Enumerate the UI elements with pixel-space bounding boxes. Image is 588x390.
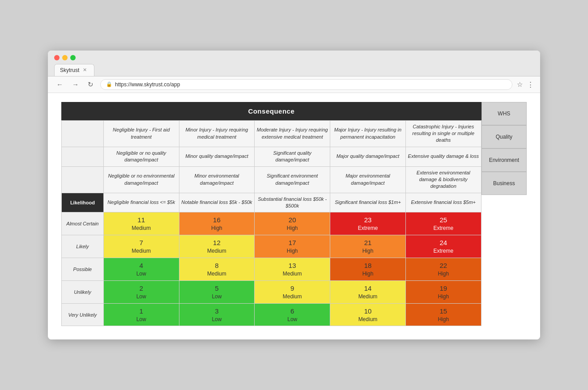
desc-row-quality: Negligible or no quality damage/impactMi… bbox=[62, 147, 481, 166]
back-button[interactable]: ← bbox=[54, 80, 65, 89]
side-tab-environment[interactable]: Environment bbox=[481, 148, 527, 172]
risk-cell-1-2: 17High bbox=[255, 235, 330, 258]
desc-cell-whs-1: Minor Injury - Injury requiring medical … bbox=[179, 120, 255, 147]
risk-cell-2-3: 18High bbox=[330, 258, 406, 281]
desc-cell-quality-3: Major quality damage/impact bbox=[330, 147, 406, 166]
risk-matrix-wrapper: Consequence Negligible Injury - First ai… bbox=[61, 102, 527, 326]
lock-icon: 🔒 bbox=[106, 81, 112, 87]
risk-table-area: Consequence Negligible Injury - First ai… bbox=[61, 102, 481, 326]
close-button[interactable] bbox=[54, 55, 60, 60]
desc-cell-quality-2: Significant quality damage/impact bbox=[255, 147, 330, 166]
desc-cell-whs-0: Negligible Injury - First aid treatment bbox=[103, 120, 179, 147]
desc-cell-business-2: Substantial financial loss $50k - $500k bbox=[255, 193, 330, 212]
minimize-button[interactable] bbox=[62, 55, 68, 60]
desc-cell-business-3: Significant financial loss $1m+ bbox=[330, 193, 406, 212]
side-tabs: WHSQualityEnvironmentBusiness bbox=[481, 102, 527, 326]
data-row-0: Almost Certain11Medium16High20High23Extr… bbox=[62, 212, 481, 235]
tab-title: Skytrust bbox=[60, 67, 79, 73]
desc-cell-environment-1: Minor environmental damage/impact bbox=[179, 166, 255, 193]
side-tab-business[interactable]: Business bbox=[481, 172, 527, 195]
desc-cell-business-0: Negligible financial loss <= $5k bbox=[103, 193, 179, 212]
desc-row-whs: Negligible Injury - First aid treatmentM… bbox=[62, 120, 481, 147]
browser-titlebar: Skytrust ✕ bbox=[48, 51, 540, 76]
risk-cell-0-0: 11Medium bbox=[103, 212, 179, 235]
risk-cell-0-2: 20High bbox=[255, 212, 330, 235]
browser-window: Skytrust ✕ ← → ↻ 🔒 https://www.skytrust.… bbox=[48, 51, 540, 340]
toolbar-icons: ☆ ⋮ bbox=[517, 81, 534, 89]
risk-cell-2-1: 8Medium bbox=[179, 258, 255, 281]
data-row-4: Very Unlikely1Low3Low6Low10Medium15High bbox=[62, 303, 481, 326]
desc-cell-whs-2: Moderate Injury - Injury requiring exten… bbox=[255, 120, 330, 147]
maximize-button[interactable] bbox=[70, 55, 76, 60]
risk-cell-2-2: 13Medium bbox=[255, 258, 330, 281]
bookmark-icon[interactable]: ☆ bbox=[517, 81, 523, 89]
likelihood-label-4: Very Unlikely bbox=[62, 303, 104, 326]
desc-cell-business-4: Extensive financial loss $5m+ bbox=[405, 193, 481, 212]
desc-cell-whs-4: Catastrophic Injury - Injuries resulting… bbox=[405, 120, 481, 147]
side-tab-whs[interactable]: WHS bbox=[481, 102, 527, 125]
likelihood-label-2: Possible bbox=[62, 258, 104, 281]
desc-cell-environment-3: Major environmental damage/impact bbox=[330, 166, 406, 193]
risk-cell-3-2: 9Medium bbox=[255, 280, 330, 303]
risk-cell-3-1: 5Low bbox=[179, 280, 255, 303]
menu-icon[interactable]: ⋮ bbox=[527, 81, 534, 89]
risk-cell-3-4: 19High bbox=[405, 280, 481, 303]
side-tab-quality[interactable]: Quality bbox=[481, 125, 527, 148]
window-controls bbox=[54, 55, 534, 60]
risk-cell-2-0: 4Low bbox=[103, 258, 179, 281]
tab-row: Skytrust ✕ bbox=[54, 64, 534, 76]
url-text: https://www.skytrust.co/app bbox=[115, 81, 180, 88]
tab-close-icon[interactable]: ✕ bbox=[83, 67, 87, 73]
risk-cell-4-3: 10Medium bbox=[330, 303, 406, 326]
risk-cell-1-1: 12Medium bbox=[179, 235, 255, 258]
forward-button[interactable]: → bbox=[70, 80, 81, 89]
risk-cell-4-2: 6Low bbox=[255, 303, 330, 326]
risk-cell-2-4: 22High bbox=[405, 258, 481, 281]
page-content: Consequence Negligible Injury - First ai… bbox=[48, 93, 540, 340]
data-row-1: Likely7Medium12Medium17High21High24Extre… bbox=[62, 235, 481, 258]
risk-cell-3-3: 14Medium bbox=[330, 280, 406, 303]
risk-cell-4-4: 15High bbox=[405, 303, 481, 326]
likelihood-label-3: Unlikely bbox=[62, 280, 104, 303]
browser-tab[interactable]: Skytrust ✕ bbox=[54, 64, 94, 76]
reload-button[interactable]: ↻ bbox=[85, 80, 96, 89]
desc-cell-quality-4: Extensive quality damage & loss bbox=[405, 147, 481, 166]
data-row-3: Unlikely2Low5Low9Medium14Medium19High bbox=[62, 280, 481, 303]
desc-cell-environment-0: Negligible or no environmental damage/im… bbox=[103, 166, 179, 193]
risk-cell-4-0: 1Low bbox=[103, 303, 179, 326]
risk-cell-1-4: 24Extreme bbox=[405, 235, 481, 258]
risk-cell-0-4: 25Extreme bbox=[405, 212, 481, 235]
likelihood-label-0: Almost Certain bbox=[62, 212, 104, 235]
desc-cell-quality-1: Minor quality damage/impact bbox=[179, 147, 255, 166]
desc-row-environment: Negligible or no environmental damage/im… bbox=[62, 166, 481, 193]
likelihood-label-1: Likely bbox=[62, 235, 104, 258]
risk-cell-0-3: 23Extreme bbox=[330, 212, 406, 235]
risk-cell-1-3: 21High bbox=[330, 235, 406, 258]
risk-matrix-table: Negligible Injury - First aid treatmentM… bbox=[61, 120, 481, 326]
risk-cell-3-0: 2Low bbox=[103, 280, 179, 303]
desc-cell-business-1: Notable financial loss $5k - $50k bbox=[179, 193, 255, 212]
consequence-header: Consequence bbox=[61, 102, 481, 120]
desc-cell-environment-4: Extensive environmental damage & biodive… bbox=[405, 166, 481, 193]
desc-cell-whs-3: Major Injury - Injury resulting in perma… bbox=[330, 120, 406, 147]
risk-cell-0-1: 16High bbox=[179, 212, 255, 235]
risk-cell-1-0: 7Medium bbox=[103, 235, 179, 258]
desc-row-business: LikelihoodNegligible financial loss <= $… bbox=[62, 193, 481, 212]
risk-cell-4-1: 3Low bbox=[179, 303, 255, 326]
address-bar[interactable]: 🔒 https://www.skytrust.co/app bbox=[100, 79, 512, 90]
desc-cell-environment-2: Significant environment damage/impact bbox=[255, 166, 330, 193]
desc-cell-quality-0: Negligible or no quality damage/impact bbox=[103, 147, 179, 166]
browser-toolbar: ← → ↻ 🔒 https://www.skytrust.co/app ☆ ⋮ bbox=[48, 76, 540, 93]
data-row-2: Possible4Low8Medium13Medium18High22High bbox=[62, 258, 481, 281]
